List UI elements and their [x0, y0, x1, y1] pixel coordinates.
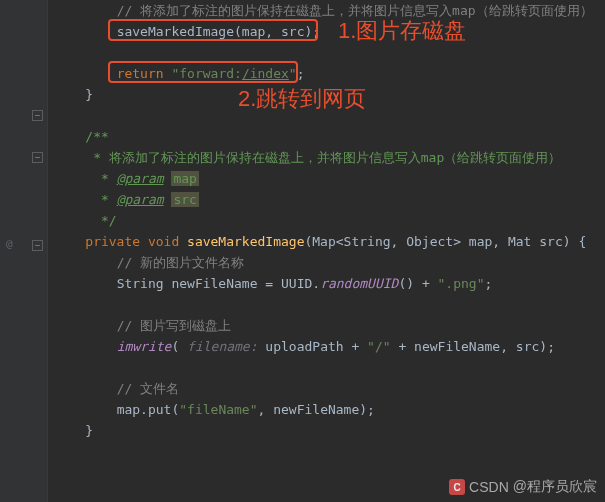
comment: // 新的图片文件名称 — [54, 255, 244, 270]
static-call: imwrite — [117, 339, 172, 354]
method-call: saveMarkedImage(map, src); — [54, 24, 320, 39]
brace-close: } — [54, 87, 93, 102]
comment: // 将添加了标注的图片保持在磁盘上，并将图片信息写入map（给跳转页面使用） — [54, 3, 593, 18]
watermark-author: @程序员欣宸 — [513, 478, 597, 496]
method-params: (Map<String, Object> map, Mat src) { — [304, 234, 586, 249]
code-text: , newFileName); — [258, 402, 375, 417]
inlay-hint: filename: — [187, 339, 265, 354]
string-literal: "fileName" — [179, 402, 257, 417]
watermark: C CSDN @程序员欣宸 — [449, 478, 597, 496]
fold-toggle-icon[interactable]: − — [32, 110, 43, 121]
csdn-logo-icon: C — [449, 479, 465, 495]
override-gutter-icon[interactable]: @ — [6, 237, 13, 250]
static-call: randomUUID — [320, 276, 398, 291]
javadoc: * — [54, 171, 117, 186]
paren-open: ( — [171, 339, 187, 354]
code-text: uploadPath + — [265, 339, 367, 354]
param-name: map — [171, 171, 198, 186]
editor-pane: − − @ − // 将添加了标注的图片保持在磁盘上，并将图片信息写入map（给… — [0, 0, 605, 502]
method-modifiers: private void — [85, 234, 187, 249]
comment: // 图片写到磁盘上 — [54, 318, 231, 333]
code-text: String newFileName = UUID. — [117, 276, 321, 291]
javadoc: */ — [54, 213, 117, 228]
string-literal: "forward:/index" — [171, 66, 296, 81]
fold-toggle-icon[interactable]: − — [32, 240, 43, 251]
string-literal: "/" — [367, 339, 390, 354]
fold-toggle-icon[interactable]: − — [32, 152, 43, 163]
code-area[interactable]: // 将添加了标注的图片保持在磁盘上，并将图片信息写入map（给跳转页面使用） … — [48, 0, 605, 502]
javadoc: * — [54, 192, 117, 207]
code-text: () + — [398, 276, 437, 291]
comment: // 文件名 — [54, 381, 179, 396]
brace-close: } — [54, 423, 93, 438]
keyword-return: return — [117, 66, 172, 81]
method-name: saveMarkedImage — [187, 234, 304, 249]
javadoc: /** — [54, 129, 109, 144]
semicolon: ; — [485, 276, 493, 291]
javadoc-tag: @param — [117, 192, 164, 207]
javadoc: * 将添加了标注的图片保持在磁盘上，并将图片信息写入map（给跳转页面使用） — [54, 150, 561, 165]
string-literal: ".png" — [438, 276, 485, 291]
watermark-site: CSDN — [469, 479, 509, 495]
semicolon: ; — [297, 66, 305, 81]
code-text: + newFileName, src); — [391, 339, 555, 354]
code-text: map.put( — [117, 402, 180, 417]
param-name: src — [171, 192, 198, 207]
gutter: − − @ − — [0, 0, 48, 502]
javadoc-tag: @param — [117, 171, 164, 186]
